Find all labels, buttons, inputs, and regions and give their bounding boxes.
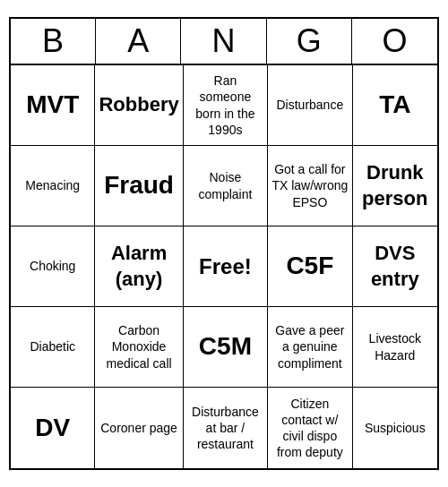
cell-23: Citizen contact w/ civil dispo from depu… [268,388,352,468]
cell-19: Livestock Hazard [353,307,437,388]
cell-3: Disturbance [268,65,352,146]
cell-10: Choking [11,226,95,307]
cell-11: Alarm (any) [95,226,183,307]
cell-22: Disturbance at bar / restaurant [184,388,268,468]
bingo-grid: MVTRobberyRan someone born in the 1990sD… [11,65,437,468]
cell-12: Free! [184,226,268,307]
cell-8: Got a call for TX law/wrong EPSO [268,146,352,226]
cell-21: Coroner page [95,388,183,468]
header-letter-o: O [352,19,437,64]
cell-0: MVT [11,65,95,146]
header-letter-n: N [181,19,266,64]
cell-4: TA [353,65,437,146]
cell-13: C5F [268,226,352,307]
bingo-card: BANGO MVTRobberyRan someone born in the … [9,17,439,470]
header-letter-a: A [96,19,181,64]
cell-14: DVS entry [353,226,437,307]
cell-2: Ran someone born in the 1990s [184,65,268,146]
cell-17: C5M [184,307,268,388]
header-letter-g: G [267,19,352,64]
cell-5: Menacing [11,146,95,226]
cell-20: DV [11,388,95,468]
cell-6: Fraud [95,146,183,226]
cell-9: Drunk person [353,146,437,226]
header-letter-b: B [11,19,96,64]
cell-15: Diabetic [11,307,95,388]
cell-1: Robbery [95,65,183,146]
cell-7: Noise complaint [184,146,268,226]
cell-24: Suspicious [353,388,437,468]
cell-16: Carbon Monoxide medical call [95,307,183,388]
cell-18: Gave a peer a genuine compliment [268,307,352,388]
header-row: BANGO [11,19,437,65]
